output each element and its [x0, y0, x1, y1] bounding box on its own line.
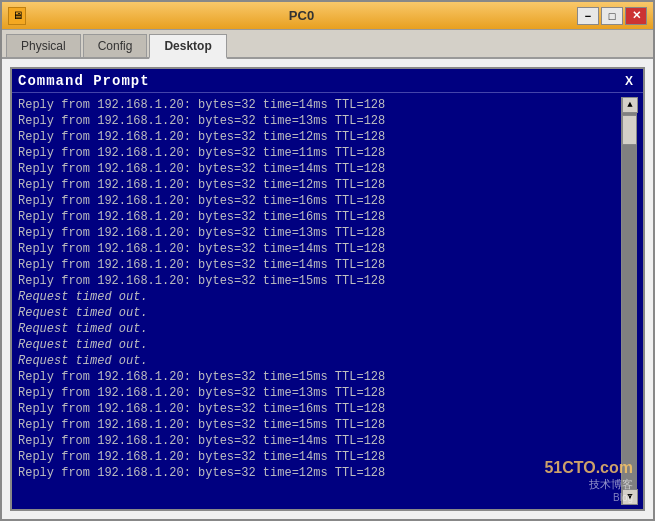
cmd-title-bar: Command Prompt X — [12, 69, 643, 93]
main-window: 🖥 PC0 − □ ✕ Physical Config Desktop Comm… — [0, 0, 655, 521]
command-prompt-window: Command Prompt X Reply from 192.168.1.20… — [10, 67, 645, 511]
close-button[interactable]: ✕ — [625, 7, 647, 25]
scrollbar-track[interactable] — [622, 113, 637, 489]
cmd-line: Reply from 192.168.1.20: bytes=32 time=1… — [18, 273, 621, 289]
window-icon: 🖥 — [8, 7, 26, 25]
content-area: Command Prompt X Reply from 192.168.1.20… — [2, 59, 653, 519]
scrollbar-thumb[interactable] — [622, 115, 637, 145]
window-title: PC0 — [26, 8, 577, 23]
cmd-line: Reply from 192.168.1.20: bytes=32 time=1… — [18, 177, 621, 193]
cmd-line: Reply from 192.168.1.20: bytes=32 time=1… — [18, 97, 621, 113]
cmd-line: Request timed out. — [18, 305, 621, 321]
cmd-line: Reply from 192.168.1.20: bytes=32 time=1… — [18, 401, 621, 417]
minimize-button[interactable]: − — [577, 7, 599, 25]
cmd-line: Request timed out. — [18, 289, 621, 305]
cmd-line: Request timed out. — [18, 321, 621, 337]
cmd-line: Reply from 192.168.1.20: bytes=32 time=1… — [18, 417, 621, 433]
cmd-output: Reply from 192.168.1.20: bytes=32 time=1… — [18, 97, 621, 505]
tab-bar: Physical Config Desktop — [2, 30, 653, 59]
cmd-line: Reply from 192.168.1.20: bytes=32 time=1… — [18, 145, 621, 161]
title-bar: 🖥 PC0 − □ ✕ — [2, 2, 653, 30]
cmd-line: Request timed out. — [18, 337, 621, 353]
tab-desktop[interactable]: Desktop — [149, 34, 226, 59]
cmd-line: Reply from 192.168.1.20: bytes=32 time=1… — [18, 129, 621, 145]
cmd-line: Reply from 192.168.1.20: bytes=32 time=1… — [18, 465, 621, 481]
scrollbar-down[interactable]: ▼ — [622, 489, 638, 505]
cmd-line: Reply from 192.168.1.20: bytes=32 time=1… — [18, 385, 621, 401]
cmd-line: Reply from 192.168.1.20: bytes=32 time=1… — [18, 161, 621, 177]
cmd-line: Reply from 192.168.1.20: bytes=32 time=1… — [18, 209, 621, 225]
cmd-line: Request timed out. — [18, 353, 621, 369]
cmd-line: Reply from 192.168.1.20: bytes=32 time=1… — [18, 449, 621, 465]
cmd-line: Reply from 192.168.1.20: bytes=32 time=1… — [18, 225, 621, 241]
maximize-button[interactable]: □ — [601, 7, 623, 25]
cmd-close-button[interactable]: X — [621, 74, 637, 88]
window-controls: − □ ✕ — [577, 7, 647, 25]
cmd-line: Reply from 192.168.1.20: bytes=32 time=1… — [18, 113, 621, 129]
scrollbar-up[interactable]: ▲ — [622, 97, 638, 113]
cmd-line: Reply from 192.168.1.20: bytes=32 time=1… — [18, 433, 621, 449]
cmd-body: Reply from 192.168.1.20: bytes=32 time=1… — [12, 93, 643, 509]
scrollbar[interactable]: ▲ ▼ — [621, 97, 637, 505]
cmd-line: Reply from 192.168.1.20: bytes=32 time=1… — [18, 257, 621, 273]
tab-physical[interactable]: Physical — [6, 34, 81, 57]
cmd-line: Reply from 192.168.1.20: bytes=32 time=1… — [18, 241, 621, 257]
cmd-line: Reply from 192.168.1.20: bytes=32 time=1… — [18, 193, 621, 209]
tab-config[interactable]: Config — [83, 34, 148, 57]
cmd-line: Reply from 192.168.1.20: bytes=32 time=1… — [18, 369, 621, 385]
cmd-title: Command Prompt — [18, 73, 150, 89]
